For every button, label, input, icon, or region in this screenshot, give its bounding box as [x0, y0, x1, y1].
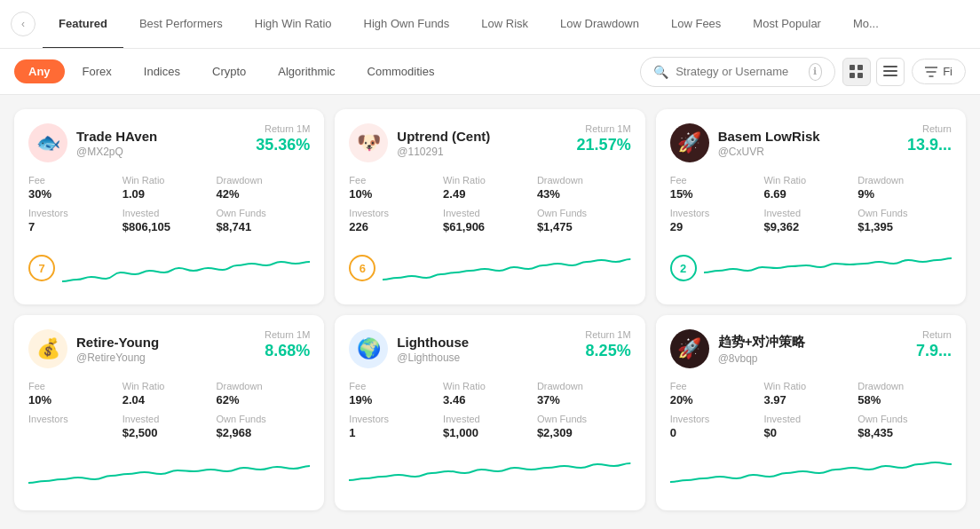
stat-win-ratio: Win Ratio 2.04	[122, 381, 217, 407]
filter-chip-crypto[interactable]: Crypto	[198, 59, 260, 83]
nav-tab-high-win-ratio[interactable]: High Win Ratio	[239, 0, 348, 49]
card-header: 🐟 Trade HAven @MX2pQ Return 1M 35.36%	[28, 123, 310, 162]
nav-tab-mo...[interactable]: Mo...	[837, 0, 895, 49]
card-title: Retire-Young	[76, 335, 159, 350]
search-icon: 🔍	[653, 65, 668, 79]
strategy-card-0[interactable]: 🐟 Trade HAven @MX2pQ Return 1M 35.36% Fe…	[14, 109, 324, 304]
chart-area: 7	[28, 246, 310, 290]
return-label: Return 1M	[585, 329, 630, 340]
stat-investors: Investors 7	[28, 208, 122, 233]
filter-chip-commodities[interactable]: Commodities	[353, 59, 449, 83]
svg-rect-6	[883, 75, 897, 76]
nav-tab-low-risk[interactable]: Low Risk	[465, 0, 544, 49]
strategy-card-5[interactable]: 🚀 趋势+对冲策略 @8vbqp Return 7.9... Fee 20% W…	[656, 315, 966, 510]
stats-grid: Fee 10% Win Ratio 2.49 Drawdown 43% Inve…	[349, 175, 630, 233]
chart-svg	[670, 452, 952, 496]
stat-own-funds: Own Funds $1,395	[858, 208, 952, 233]
card-header: 🚀 Basem LowRisk @CxUVR Return 13.9...	[670, 123, 952, 162]
card-return: Return 1M 8.68%	[265, 329, 310, 360]
stat-investors: Investors 29	[670, 208, 764, 233]
strategy-card-4[interactable]: 🌍 Lighthouse @Lighthouse Return 1M 8.25%…	[335, 315, 644, 510]
list-view-icon[interactable]	[876, 58, 905, 86]
card-username: @MX2pQ	[76, 146, 157, 158]
return-value: 8.68%	[265, 342, 310, 360]
card-identity: 🚀 Basem LowRisk @CxUVR	[670, 123, 820, 162]
stat-investors: Investors 0	[670, 414, 764, 439]
return-label: Return 1M	[256, 123, 310, 134]
nav-tab-most-popular[interactable]: Most Popular	[737, 0, 837, 49]
stat-drawdown: Drawdown 62%	[217, 381, 311, 407]
stat-own-funds: Own Funds $8,741	[217, 208, 311, 233]
stat-invested: Invested $1,000	[443, 414, 537, 439]
fi-label: Fi	[943, 65, 952, 78]
chart-area	[349, 452, 630, 496]
nav-tab-featured[interactable]: Featured	[43, 0, 123, 49]
svg-rect-4	[883, 66, 897, 67]
chart-area	[670, 452, 952, 496]
strategy-card-3[interactable]: 💰 Retire-Young @RetireYoung Return 1M 8.…	[14, 315, 324, 510]
chart-area	[28, 452, 310, 496]
filter-chip-algorithmic[interactable]: Algorithmic	[264, 59, 349, 83]
filter-chip-any[interactable]: Any	[14, 59, 65, 83]
card-identity: 💰 Retire-Young @RetireYoung	[28, 329, 159, 368]
stat-fee: Fee 30%	[28, 175, 122, 201]
info-icon[interactable]: ℹ	[809, 63, 822, 81]
stat-win-ratio: Win Ratio 3.46	[443, 381, 537, 407]
strategy-card-1[interactable]: 🐶 Uptrend (Cent) @110291 Return 1M 21.57…	[335, 109, 644, 304]
card-title: Lighthouse	[397, 335, 469, 350]
stat-invested: Invested $9,362	[763, 208, 858, 233]
avatar: 🚀	[670, 123, 709, 162]
grid-view-icon[interactable]	[842, 58, 871, 86]
card-return: Return 1M 21.57%	[577, 123, 631, 154]
stat-drawdown: Drawdown 37%	[537, 381, 631, 407]
nav-tab-low-fees[interactable]: Low Fees	[655, 0, 737, 49]
card-identity: 🐟 Trade HAven @MX2pQ	[28, 123, 157, 162]
avatar: 🐟	[28, 123, 67, 162]
chart-area: 6	[349, 246, 630, 290]
card-username: @RetireYoung	[76, 351, 159, 364]
card-return: Return 7.9...	[916, 329, 952, 360]
stat-own-funds: Own Funds $1,475	[537, 208, 631, 233]
card-title: 趋势+对冲策略	[718, 334, 806, 351]
search-area: 🔍 ℹ Fi	[640, 57, 966, 87]
card-identity: 🚀 趋势+对冲策略 @8vbqp	[670, 329, 806, 368]
fi-filter-button[interactable]: Fi	[912, 59, 966, 84]
stat-fee: Fee 20%	[670, 381, 764, 407]
stat-fee: Fee 10%	[28, 381, 122, 407]
return-value: 35.36%	[256, 136, 310, 154]
card-title: Trade HAven	[76, 129, 157, 144]
avatar: 🌍	[349, 329, 388, 368]
stat-invested: Invested $61,906	[443, 208, 537, 233]
svg-rect-0	[850, 65, 855, 70]
chart-svg	[28, 452, 310, 496]
stat-invested: Invested $806,105	[122, 208, 217, 233]
filter-chip-indices[interactable]: Indices	[130, 59, 194, 83]
search-input[interactable]	[676, 65, 802, 78]
stat-own-funds: Own Funds $2,309	[537, 414, 631, 439]
stat-drawdown: Drawdown 42%	[217, 175, 311, 201]
card-header: 🚀 趋势+对冲策略 @8vbqp Return 7.9...	[670, 329, 952, 368]
strategy-card-2[interactable]: 🚀 Basem LowRisk @CxUVR Return 13.9... Fe…	[656, 109, 966, 304]
card-return: Return 13.9...	[907, 123, 952, 154]
chart-svg	[62, 246, 310, 290]
stat-drawdown: Drawdown 9%	[858, 175, 952, 201]
card-username: @8vbqp	[718, 352, 806, 365]
card-username: @110291	[397, 146, 490, 158]
chart-svg	[349, 452, 630, 496]
filter-chip-forex[interactable]: Forex	[68, 59, 126, 83]
stats-grid: Fee 10% Win Ratio 2.04 Drawdown 62% Inve…	[28, 381, 310, 439]
return-label: Return	[907, 123, 952, 134]
nav-prev-arrow[interactable]: ‹	[11, 12, 36, 36]
nav-tab-low-drawdown[interactable]: Low Drawdown	[544, 0, 655, 49]
stats-grid: Fee 20% Win Ratio 3.97 Drawdown 58% Inve…	[670, 381, 952, 439]
svg-rect-5	[883, 70, 897, 72]
stat-invested: Invested $2,500	[122, 414, 217, 439]
return-label: Return	[916, 329, 952, 340]
stat-win-ratio: Win Ratio 2.49	[443, 175, 537, 201]
nav-tab-best-performers[interactable]: Best Performers	[123, 0, 239, 49]
avatar: 🚀	[670, 329, 709, 368]
nav-tab-high-own-funds[interactable]: High Own Funds	[348, 0, 466, 49]
chart-badge: 7	[28, 255, 55, 281]
card-identity: 🐶 Uptrend (Cent) @110291	[349, 123, 490, 162]
stats-grid: Fee 15% Win Ratio 6.69 Drawdown 9% Inves…	[670, 175, 952, 233]
